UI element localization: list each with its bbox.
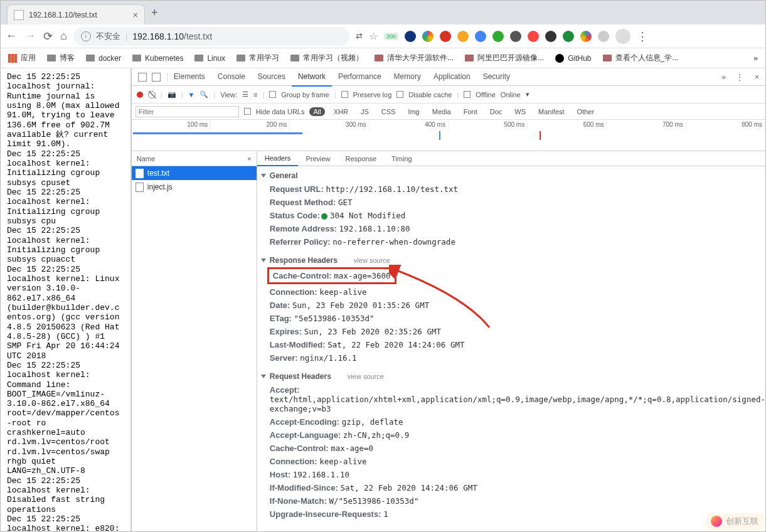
camera-icon[interactable]: 📷 [168, 90, 176, 98]
omnibox[interactable]: i 不安全 | 192.168.1.10/test.txt [73, 27, 349, 46]
ext-icon[interactable] [563, 31, 574, 42]
disable-cache-checkbox[interactable] [396, 91, 403, 98]
name-header[interactable]: Name [137, 155, 155, 162]
detail-tab-response[interactable]: Response [338, 152, 385, 166]
filter-type-ws[interactable]: WS [511, 107, 529, 116]
detail-tab-timing[interactable]: Timing [384, 152, 420, 166]
ext-icon[interactable] [510, 31, 521, 42]
timeline-tick: 300 ms [290, 121, 369, 130]
offline-checkbox[interactable] [464, 91, 471, 98]
star-icon[interactable] [369, 30, 378, 42]
chevron-down-icon[interactable] [261, 174, 266, 178]
view-small-icon[interactable]: ≡ [253, 91, 257, 98]
bookmark-item[interactable]: 常用学习（视频） [290, 53, 363, 63]
filter-icon[interactable]: ▼ [188, 91, 195, 98]
panel-tab-performance[interactable]: Performance [332, 68, 388, 87]
general-header[interactable]: General [270, 171, 298, 180]
ext-icon[interactable] [440, 31, 451, 42]
view-source-link[interactable]: view source [348, 373, 384, 380]
home-button[interactable]: ⌂ [60, 29, 67, 43]
ext-icon[interactable] [598, 31, 609, 42]
detail-tab-headers[interactable]: Headers [257, 151, 299, 166]
filter-type-all[interactable]: All [309, 107, 324, 116]
request-row[interactable]: inject.js [132, 180, 257, 194]
close-icon[interactable]: × [133, 10, 138, 20]
chevron-down-icon[interactable] [261, 375, 266, 378]
hide-urls-checkbox[interactable] [244, 108, 251, 115]
forward-button[interactable]: → [24, 29, 36, 43]
bookmark-item[interactable]: Linux [194, 54, 225, 63]
detail-tab-preview[interactable]: Preview [298, 152, 338, 166]
ext-icon[interactable] [457, 31, 469, 42]
inspect-icon[interactable] [138, 73, 147, 82]
ext-icon[interactable] [492, 31, 504, 42]
panel-tab-application[interactable]: Application [427, 68, 477, 87]
bookmark-item[interactable]: Kubernetes [132, 54, 183, 63]
filter-type-img[interactable]: Img [404, 107, 423, 116]
bookmark-item[interactable]: 清华大学开源软件... [375, 53, 454, 63]
ext-icon[interactable] [528, 31, 539, 42]
info-icon[interactable]: i [81, 31, 91, 41]
avatar[interactable] [615, 29, 630, 44]
close-detail-icon[interactable]: × [247, 155, 251, 162]
record-icon[interactable] [137, 92, 143, 98]
response-headers-header[interactable]: Response Headers [270, 256, 338, 265]
panel-tab-elements[interactable]: Elements [168, 68, 211, 87]
ext-icon[interactable] [405, 31, 416, 42]
menu-icon[interactable]: ⋮ [637, 29, 648, 43]
clear-icon[interactable] [148, 91, 156, 98]
preserve-checkbox[interactable] [341, 91, 348, 98]
panel-tab-sources[interactable]: Sources [252, 68, 292, 87]
page-content[interactable]: Dec 15 22:25:25 localhost journal: Runti… [1, 68, 131, 531]
close-icon[interactable]: × [748, 73, 765, 82]
new-tab-button[interactable]: + [151, 6, 158, 19]
browser-tab[interactable]: 192.168.1.10/test.txt × [7, 4, 145, 24]
translate-icon[interactable] [356, 31, 363, 41]
filter-type-xhr[interactable]: XHR [330, 107, 352, 116]
ext-icon[interactable] [545, 31, 556, 42]
apps-icon [8, 54, 17, 63]
panel-tab-console[interactable]: Console [211, 68, 252, 87]
header-row: If-None-Match: W/"5e513986-10353d" [257, 494, 765, 508]
filter-type-doc[interactable]: Doc [486, 107, 506, 116]
online-select[interactable]: Online [501, 91, 521, 98]
dropdown-icon[interactable]: ▾ [526, 90, 529, 98]
bookmark-item[interactable]: 博客 [47, 53, 75, 63]
timeline-tick: 600 ms [528, 121, 607, 130]
settings-icon[interactable]: ⋮ [731, 73, 748, 82]
chevron-down-icon[interactable] [261, 258, 266, 262]
bookmark-item[interactable]: 查看个人信息_学... [603, 53, 679, 63]
apps-button[interactable]: 应用 [8, 53, 36, 63]
device-icon[interactable] [152, 73, 161, 82]
filter-type-manifest[interactable]: Manifest [535, 107, 568, 116]
view-source-link[interactable]: view source [354, 257, 390, 264]
bookmark-item[interactable]: 阿里巴巴开源镜像... [465, 53, 544, 63]
search-icon[interactable] [199, 90, 208, 98]
filter-type-other[interactable]: Other [573, 107, 598, 116]
bookmark-item[interactable]: 常用学习 [237, 53, 279, 63]
request-row[interactable]: test.txt [132, 166, 257, 180]
filter-type-css[interactable]: CSS [378, 107, 400, 116]
bookmark-item[interactable]: GitHub [555, 54, 591, 63]
view-large-icon[interactable]: ☰ [242, 90, 248, 98]
bookmarks-bar: 应用 博客dockerKubernetesLinux常用学习常用学习（视频）清华… [1, 48, 765, 68]
timeline[interactable]: 100 ms200 ms300 ms400 ms500 ms600 ms700 … [132, 120, 765, 151]
ext-icon[interactable] [580, 31, 592, 42]
folder-icon [237, 55, 245, 61]
panel-tab-memory[interactable]: Memory [388, 68, 427, 87]
more-panels-icon[interactable]: » [716, 73, 731, 82]
ext-icon[interactable] [422, 31, 434, 42]
ext-icon[interactable] [475, 31, 486, 42]
back-button[interactable]: ← [6, 29, 17, 43]
bookmark-item[interactable]: docker [86, 54, 121, 63]
overflow-icon[interactable]: » [753, 54, 758, 63]
filter-type-font[interactable]: Font [460, 107, 481, 116]
filter-type-js[interactable]: JS [357, 107, 373, 116]
panel-tab-network[interactable]: Network [292, 68, 332, 87]
filter-input[interactable] [136, 106, 239, 117]
filter-type-media[interactable]: Media [428, 107, 455, 116]
panel-tab-security[interactable]: Security [477, 68, 516, 87]
group-checkbox[interactable] [269, 91, 276, 98]
request-headers-header[interactable]: Request Headers [270, 372, 331, 381]
reload-button[interactable]: ⟳ [43, 29, 53, 43]
